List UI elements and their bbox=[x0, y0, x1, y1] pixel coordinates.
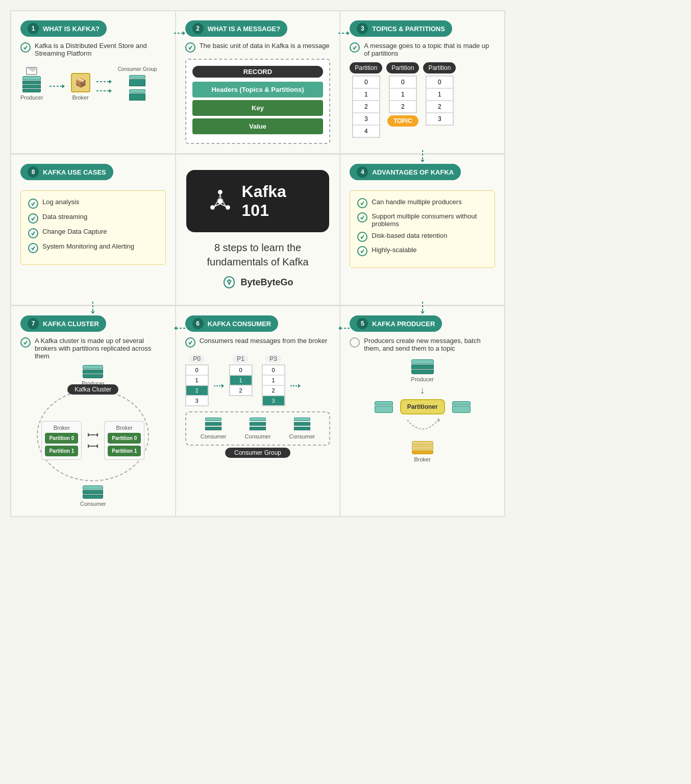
topic-badge: TOPIC bbox=[387, 115, 418, 127]
svg-marker-7 bbox=[183, 31, 185, 35]
consumer-group-box: Consumer Consumer Consumer bbox=[185, 411, 331, 446]
p1-label: P1 bbox=[233, 355, 249, 363]
headers-row: Headers (Topics & Partitions) bbox=[192, 82, 324, 97]
p1-col: P1 0 1 2 bbox=[229, 355, 253, 406]
s2-desc: The basic unit of data in Kafka is a mes… bbox=[200, 42, 330, 50]
svg-marker-33 bbox=[95, 444, 98, 448]
s2-desc-item: The basic unit of data in Kafka is a mes… bbox=[185, 42, 331, 53]
consumer-1-label: Consumer bbox=[201, 433, 227, 439]
s5-badge: 5 KAFKA PRODUCER bbox=[350, 315, 442, 332]
s4-item-3: Disk-based data retention bbox=[357, 232, 487, 242]
s5-producer-label: Producer bbox=[411, 376, 434, 382]
s8-check-2 bbox=[28, 213, 38, 224]
s7-partition-1-2: Partition 1 bbox=[108, 446, 141, 456]
svg-marker-41 bbox=[338, 326, 341, 330]
svg-point-17 bbox=[226, 205, 230, 210]
s8-item-3: Change Data Capture bbox=[28, 228, 158, 238]
s7-consumer-label: Consumer bbox=[80, 501, 106, 507]
s5-broker-label: Broker bbox=[414, 456, 430, 462]
producer-label: Producer bbox=[20, 94, 43, 101]
cg-label-top: Consumer Group bbox=[118, 66, 157, 72]
svg-marker-5 bbox=[109, 89, 112, 93]
section-5: 5 KAFKA PRODUCER Producers create new me… bbox=[340, 306, 505, 517]
partition-1: Partition 0 1 2 3 4 bbox=[350, 62, 382, 138]
s2-num: 2 bbox=[192, 23, 204, 34]
s5-desc-item: Producers create new messages, batch the… bbox=[350, 337, 495, 352]
s4-item-4-label: Highly-scalable bbox=[372, 246, 416, 254]
s3-desc: A message goes to a topic that is made u… bbox=[364, 42, 495, 57]
s1-title: WHAT IS KAFKA? bbox=[43, 25, 100, 33]
p3-col: P3 0 1 2 3 bbox=[262, 355, 285, 406]
s2-badge: 2 WHAT IS A MESSAGE? bbox=[185, 20, 288, 37]
s1-desc: Kafka is a Distributed Event Store and S… bbox=[35, 42, 166, 57]
s4-item-1: Can handle multiple producers bbox=[357, 198, 487, 208]
section-6: 6 KAFKA CONSUMER Consumers read messages… bbox=[176, 306, 340, 517]
s6-desc-item: Consumers read messages from the broker bbox=[185, 337, 331, 348]
broker-label: Broker bbox=[72, 94, 88, 101]
kafka-logo-icon bbox=[207, 186, 234, 216]
s1-check bbox=[20, 42, 31, 53]
p3-label: P3 bbox=[265, 355, 281, 363]
s6-title: KAFKA CONSUMER bbox=[208, 320, 271, 328]
consumer-2-label: Consumer bbox=[245, 433, 271, 439]
partition-3: Partition 0 1 2 3 bbox=[423, 62, 456, 138]
p0-col: P0 0 1 2 3 bbox=[185, 355, 209, 406]
p3-table: 0 1 2 3 bbox=[262, 364, 285, 406]
svg-marker-30 bbox=[95, 433, 98, 437]
svg-marker-13 bbox=[91, 311, 95, 314]
s8-check-1 bbox=[28, 199, 38, 209]
brand: ByteByteGo bbox=[222, 275, 293, 289]
svg-marker-11 bbox=[421, 160, 425, 162]
p0-label: P0 bbox=[189, 355, 205, 363]
s7-badge: 7 KAFKA CLUSTER bbox=[20, 315, 106, 332]
section-8: 8 KAFKA USE CASES Log analysis Data stre… bbox=[11, 154, 176, 305]
section-3: 3 TOPICS & PARTITIONS A message goes to … bbox=[340, 11, 505, 154]
consumer-1: Consumer bbox=[201, 418, 227, 439]
s5-title: KAFKA PRODUCER bbox=[372, 320, 435, 328]
s1-badge: 1 WHAT IS KAFKA? bbox=[20, 20, 107, 37]
svg-point-15 bbox=[218, 190, 223, 194]
s7-partition-1-1: Partition 1 bbox=[45, 446, 78, 456]
s2-title: WHAT IS A MESSAGE? bbox=[208, 25, 281, 33]
partition-2-table: 0 1 2 bbox=[389, 76, 417, 113]
key-row: Key bbox=[192, 100, 324, 116]
brand-name: ByteByteGo bbox=[240, 277, 293, 288]
s8-use-cases: Log analysis Data streaming Change Data … bbox=[20, 190, 166, 265]
kafka-cluster-label: Kafka Cluster bbox=[67, 384, 118, 395]
svg-point-16 bbox=[210, 205, 215, 210]
partitions-diagram: Partition 0 1 2 3 4 Partition 0 1 bbox=[350, 62, 495, 138]
value-row: Value bbox=[192, 118, 324, 134]
s6-badge: 6 KAFKA CONSUMER bbox=[185, 315, 278, 332]
s8-check-3 bbox=[28, 228, 38, 238]
s4-item-1-label: Can handle multiple producers bbox=[372, 198, 461, 206]
s8-item-2-label: Data streaming bbox=[42, 213, 87, 220]
s4-num: 4 bbox=[357, 166, 368, 178]
s8-title: KAFKA USE CASES bbox=[43, 168, 106, 176]
partition-1-table: 0 1 2 3 4 bbox=[352, 76, 380, 138]
consumer-3-label: Consumer bbox=[289, 433, 315, 439]
s4-item-4: Highly-scalable bbox=[357, 246, 487, 256]
s4-check-4 bbox=[357, 246, 367, 256]
svg-marker-28 bbox=[88, 433, 90, 437]
s3-check bbox=[350, 42, 360, 53]
p0-table: 0 1 2 3 bbox=[185, 364, 209, 406]
s3-num: 3 bbox=[357, 23, 368, 34]
s4-check-2 bbox=[357, 212, 367, 223]
consumer-2: Consumer bbox=[245, 418, 271, 439]
partition-group: P0 0 1 2 3 P1 bbox=[185, 355, 331, 406]
s7-partition-0-2: Partition 0 bbox=[108, 433, 141, 444]
partition-2-header: Partition bbox=[386, 62, 419, 74]
s7-partition-0-1: Partition 0 bbox=[45, 433, 78, 444]
s4-check-1 bbox=[357, 198, 367, 208]
section-2: 2 WHAT IS A MESSAGE? The basic unit of d… bbox=[176, 11, 340, 154]
s8-item-2: Data streaming bbox=[28, 213, 158, 224]
s4-badge: 4 ADVANTAGES OF KAFKA bbox=[350, 164, 461, 180]
svg-marker-31 bbox=[88, 444, 90, 448]
partitioner-badge: Partitioner bbox=[400, 399, 445, 414]
consumer-3: Consumer bbox=[289, 418, 315, 439]
s7-broker-1-label: Broker bbox=[45, 425, 78, 431]
s3-title: TOPICS & PARTITIONS bbox=[372, 25, 445, 33]
s8-item-4-label: System Monitoring and Alerting bbox=[42, 242, 134, 250]
consumer-group-label: Consumer Group bbox=[225, 448, 290, 458]
s5-num: 5 bbox=[357, 318, 368, 329]
